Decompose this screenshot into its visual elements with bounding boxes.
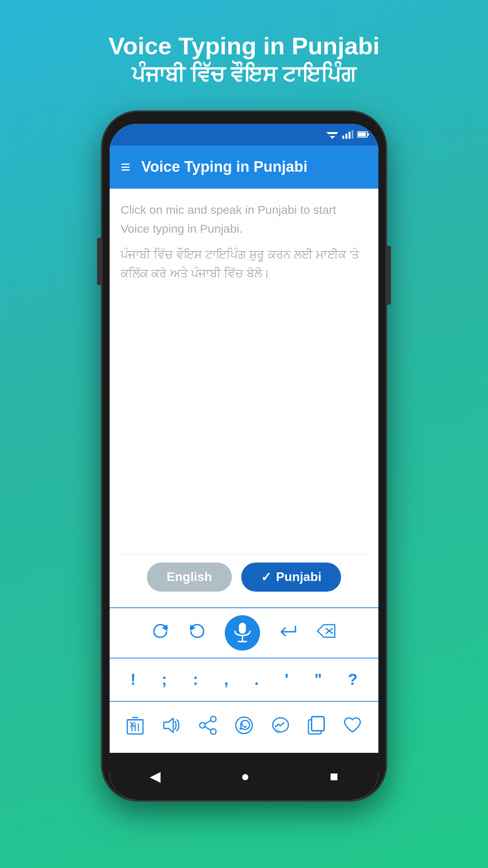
back-button[interactable]: ◀ <box>146 764 165 789</box>
favorite-button[interactable] <box>339 713 365 741</box>
mic-icon <box>233 622 251 644</box>
recent-button[interactable]: ■ <box>326 764 342 789</box>
copy-icon <box>308 716 325 735</box>
speaker-button[interactable] <box>158 713 185 741</box>
share-button[interactable] <box>195 712 220 742</box>
nav-bar: ◀ ● ■ <box>110 753 378 800</box>
placeholder-english: Click on mic and speak in Punjabi to sta… <box>121 200 367 238</box>
svg-marker-25 <box>164 718 173 732</box>
backspace-button[interactable] <box>317 624 336 642</box>
punct-period[interactable]: . <box>251 667 263 692</box>
svg-point-27 <box>200 723 205 728</box>
placeholder-punjabi: ਪੰਜਾਬੀ ਵਿੱਚ ਵੌਇਸ ਟਾਇਪਿੰਗ ਸ਼ੁਰੂ ਕਰਨ ਲਈ ਮਾ… <box>121 245 367 283</box>
speaker-icon <box>162 717 181 734</box>
wifi-icon <box>327 130 338 139</box>
svg-point-28 <box>211 729 216 734</box>
app-bar-title: Voice Typing in Punjabi <box>141 158 308 175</box>
punct-semicolon[interactable]: ; <box>158 667 171 692</box>
action-row <box>110 702 378 753</box>
svg-rect-34 <box>312 717 324 731</box>
punjabi-check-icon: ✓ <box>261 570 272 585</box>
delete-button[interactable] <box>123 712 148 742</box>
copy-button[interactable] <box>304 712 329 742</box>
svg-rect-8 <box>358 132 366 136</box>
phone-shell: ≡ Voice Typing in Punjabi Click on mic a… <box>103 112 385 800</box>
app-title-english: Voice Typing in Punjabi <box>108 31 380 61</box>
screen: ≡ Voice Typing in Punjabi Click on mic a… <box>110 124 378 800</box>
punjabi-label: Punjabi <box>276 570 322 584</box>
svg-marker-2 <box>330 136 335 139</box>
punct-apostrophe[interactable]: ' <box>281 667 293 692</box>
messenger-icon <box>272 716 290 734</box>
svg-rect-6 <box>352 130 353 139</box>
menu-icon[interactable]: ≡ <box>121 159 130 175</box>
svg-rect-4 <box>345 134 347 139</box>
mic-button[interactable] <box>225 615 260 651</box>
whatsapp-button[interactable] <box>231 712 257 742</box>
redo-icon <box>152 624 169 638</box>
signal-icon <box>342 130 353 139</box>
return-button[interactable] <box>280 624 297 642</box>
punctuation-row: ! ; : , . ' " ? <box>110 658 378 702</box>
mic-row <box>110 607 378 658</box>
text-area[interactable]: Click on mic and speak in Punjabi to sta… <box>110 189 378 607</box>
svg-rect-12 <box>239 623 246 634</box>
undo-icon <box>189 624 205 638</box>
undo-button[interactable] <box>189 624 205 642</box>
language-buttons: English ✓ Punjabi <box>121 554 367 600</box>
trash-icon <box>127 716 144 735</box>
share-icon <box>199 716 216 735</box>
svg-line-29 <box>205 721 211 724</box>
whatsapp-icon <box>235 716 253 734</box>
return-icon <box>280 624 297 638</box>
punct-quote[interactable]: " <box>310 667 326 692</box>
heart-icon <box>343 717 361 734</box>
svg-rect-3 <box>342 136 344 139</box>
english-language-button[interactable]: English <box>147 563 232 592</box>
app-bar: ≡ Voice Typing in Punjabi <box>110 145 378 189</box>
svg-line-30 <box>205 727 211 730</box>
home-button[interactable]: ● <box>237 764 253 789</box>
app-title-punjabi: ਪੰਜਾਬੀ ਵਿੱਚ ਵੌਇਸ ਟਾਇਪਿੰਗ <box>108 61 380 88</box>
punct-question[interactable]: ? <box>344 667 361 692</box>
redo-button[interactable] <box>152 624 169 642</box>
status-bar <box>110 124 378 145</box>
punct-colon[interactable]: : <box>189 667 202 692</box>
battery-icon <box>357 131 369 138</box>
svg-rect-9 <box>368 133 369 136</box>
backspace-icon <box>317 624 336 638</box>
messenger-button[interactable] <box>268 712 294 742</box>
punjabi-language-button[interactable]: ✓ Punjabi <box>241 563 341 592</box>
svg-rect-5 <box>349 132 350 139</box>
punct-comma[interactable]: , <box>220 667 232 692</box>
punct-exclamation[interactable]: ! <box>127 667 139 692</box>
svg-point-26 <box>211 716 216 722</box>
